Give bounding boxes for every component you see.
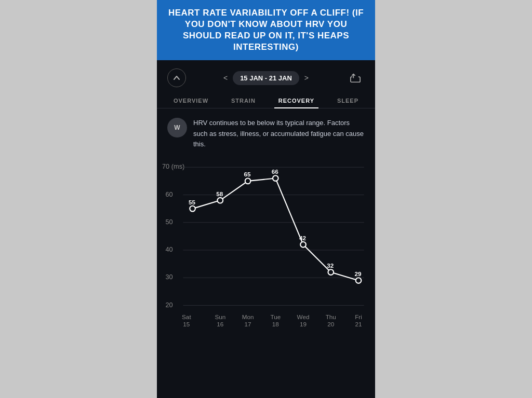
date-range-label: 15 JAN - 21 JAN: [233, 71, 299, 85]
svg-text:60: 60: [165, 190, 172, 198]
svg-text:19: 19: [300, 321, 307, 327]
svg-text:70 (ms): 70 (ms): [162, 162, 184, 170]
date-range-pill: < 15 JAN - 21 JAN >: [221, 71, 311, 85]
data-point-sat: [190, 206, 195, 212]
svg-text:Tue: Tue: [270, 313, 281, 320]
data-point-mon: [245, 178, 251, 184]
banner: HEART RATE VARIABILITY OFF A CLIFF! (IF …: [157, 0, 375, 60]
svg-text:58: 58: [216, 190, 223, 197]
app-content: < 15 JAN - 21 JAN > OVERVIEW STRAIN RECO…: [157, 60, 375, 398]
svg-text:20: 20: [165, 300, 172, 308]
prev-arrow-button[interactable]: <: [221, 73, 230, 83]
svg-text:16: 16: [217, 321, 223, 327]
data-point-tue: [273, 175, 278, 181]
hrv-chart: 70 (ms) 60 50 40 30 20 55: [162, 159, 367, 325]
next-arrow-button[interactable]: >: [302, 73, 311, 83]
data-point-thu: [328, 269, 334, 275]
hrv-notice: W HRV continues to be below its typical …: [157, 108, 375, 158]
data-point-sun: [217, 198, 223, 203]
svg-text:55: 55: [189, 198, 196, 205]
tab-strain[interactable]: STRAIN: [227, 94, 260, 108]
svg-text:32: 32: [327, 262, 334, 269]
svg-text:Wed: Wed: [297, 313, 310, 320]
banner-text: HEART RATE VARIABILITY OFF A CLIFF! (IF …: [167, 7, 365, 53]
nav-up-button[interactable]: [167, 68, 186, 87]
svg-text:Sat: Sat: [182, 313, 191, 320]
svg-text:18: 18: [272, 321, 279, 327]
svg-text:50: 50: [165, 218, 172, 226]
svg-text:66: 66: [272, 168, 279, 175]
share-button[interactable]: [346, 68, 365, 87]
svg-text:65: 65: [244, 171, 251, 177]
tab-overview[interactable]: OVERVIEW: [169, 94, 212, 108]
svg-text:21: 21: [355, 321, 362, 327]
svg-text:Thu: Thu: [326, 313, 336, 320]
svg-text:20: 20: [327, 321, 335, 327]
svg-text:40: 40: [165, 245, 172, 253]
tab-recovery[interactable]: RECOVERY: [274, 94, 318, 108]
data-point-fri: [356, 278, 362, 283]
phone-container: HEART RATE VARIABILITY OFF A CLIFF! (IF …: [157, 0, 375, 398]
svg-text:Sun: Sun: [215, 313, 225, 320]
tab-sleep[interactable]: SLEEP: [333, 94, 363, 108]
svg-text:30: 30: [165, 273, 172, 281]
hrv-description: HRV continues to be below its typical ra…: [193, 118, 365, 149]
nav-header: < 15 JAN - 21 JAN >: [157, 60, 375, 91]
data-point-wed: [300, 242, 306, 248]
share-icon: [350, 72, 361, 84]
chevron-up-icon: [172, 74, 181, 82]
svg-text:42: 42: [299, 235, 307, 241]
svg-text:15: 15: [183, 321, 190, 327]
svg-text:29: 29: [355, 270, 362, 277]
svg-text:17: 17: [245, 321, 251, 327]
svg-text:Mon: Mon: [242, 313, 254, 320]
chart-area: 70 (ms) 60 50 40 30 20 55: [157, 159, 375, 398]
svg-text:Fri: Fri: [355, 313, 362, 320]
hrv-icon: W: [167, 118, 187, 138]
tabs-row: OVERVIEW STRAIN RECOVERY SLEEP: [157, 91, 375, 108]
